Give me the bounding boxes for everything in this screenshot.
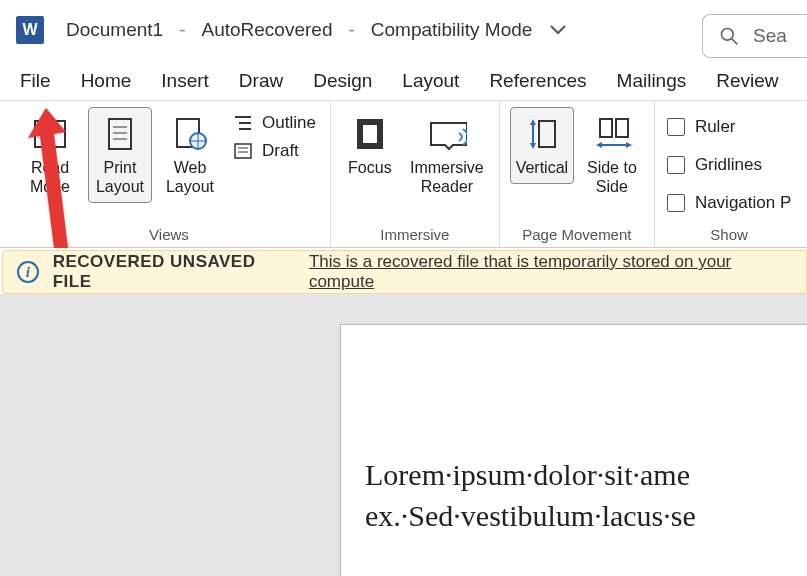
checkbox-icon xyxy=(667,194,685,212)
infobar-message[interactable]: This is a recovered file that is tempora… xyxy=(309,252,792,292)
word-logo-icon: W xyxy=(16,16,44,44)
search-icon xyxy=(719,26,739,46)
autorecovered-status: AutoRecovered xyxy=(202,19,333,41)
ruler-checkbox[interactable]: Ruler xyxy=(665,113,793,141)
search-box[interactable]: Sea xyxy=(702,14,807,58)
search-placeholder: Sea xyxy=(753,25,787,47)
vertical-icon xyxy=(522,114,562,154)
vertical-button[interactable]: Vertical xyxy=(510,107,574,184)
group-immersive-label: Immersive xyxy=(380,226,449,245)
svg-rect-2 xyxy=(35,121,48,147)
tab-references[interactable]: References xyxy=(489,70,586,92)
group-show-label: Show xyxy=(710,226,748,245)
tab-insert[interactable]: Insert xyxy=(161,70,209,92)
read-mode-icon xyxy=(30,114,70,154)
separator: - xyxy=(348,19,354,41)
recovered-file-infobar: i RECOVERED UNSAVED FILE This is a recov… xyxy=(2,250,807,294)
svg-rect-3 xyxy=(52,121,65,147)
tab-layout[interactable]: Layout xyxy=(402,70,459,92)
gridlines-checkbox[interactable]: Gridlines xyxy=(665,151,793,179)
svg-rect-4 xyxy=(109,119,131,149)
web-layout-button[interactable]: Web Layout xyxy=(158,107,222,203)
immersive-reader-button[interactable]: Immersive Reader xyxy=(405,107,489,203)
svg-line-1 xyxy=(732,39,738,45)
document-canvas: Lorem·ipsum·dolor·sit·ame ex.·Sed·vestib… xyxy=(0,294,807,576)
document-page[interactable]: Lorem·ipsum·dolor·sit·ame ex.·Sed·vestib… xyxy=(340,324,807,576)
tab-design[interactable]: Design xyxy=(313,70,372,92)
draft-label: Draft xyxy=(262,141,299,161)
compatibility-mode: Compatibility Mode xyxy=(371,19,533,41)
tab-draw[interactable]: Draw xyxy=(239,70,283,92)
draft-button[interactable]: Draft xyxy=(228,139,320,163)
chevron-down-icon[interactable] xyxy=(550,22,566,38)
group-views: Read Mode Print Layout Web Layout xyxy=(0,101,331,247)
web-layout-label: Web Layout xyxy=(161,158,219,196)
side-to-side-button[interactable]: Side to Side xyxy=(580,107,644,203)
focus-label: Focus xyxy=(348,158,392,177)
group-show: Ruler Gridlines Navigation P Show xyxy=(655,101,803,247)
print-layout-label: Print Layout xyxy=(91,158,149,196)
checkbox-icon xyxy=(667,156,685,174)
immersive-reader-label: Immersive Reader xyxy=(408,158,486,196)
navigation-pane-label: Navigation P xyxy=(695,193,791,213)
outline-label: Outline xyxy=(262,113,316,133)
focus-button[interactable]: Focus xyxy=(341,107,399,184)
tab-review[interactable]: Review xyxy=(716,70,778,92)
draft-icon xyxy=(232,141,254,161)
svg-rect-17 xyxy=(363,125,377,143)
side-to-side-label: Side to Side xyxy=(583,158,641,196)
vertical-label: Vertical xyxy=(516,158,568,177)
body-line-1: Lorem·ipsum·dolor·sit·ame xyxy=(365,455,807,496)
svg-rect-19 xyxy=(539,121,555,147)
svg-rect-20 xyxy=(600,119,612,137)
ribbon-tabs: File Home Insert Draw Design Layout Refe… xyxy=(0,60,807,100)
info-icon: i xyxy=(17,261,39,283)
svg-rect-13 xyxy=(235,144,251,158)
side-to-side-icon xyxy=(592,114,632,154)
tab-file[interactable]: File xyxy=(20,70,51,92)
separator: - xyxy=(179,19,185,41)
print-layout-button[interactable]: Print Layout xyxy=(88,107,152,203)
infobar-title: RECOVERED UNSAVED FILE xyxy=(53,252,295,292)
focus-icon xyxy=(350,114,390,154)
tab-mailings[interactable]: Mailings xyxy=(617,70,687,92)
navigation-pane-checkbox[interactable]: Navigation P xyxy=(665,189,793,217)
outline-icon xyxy=(232,113,254,133)
read-mode-button[interactable]: Read Mode xyxy=(18,107,82,203)
group-page-movement-label: Page Movement xyxy=(522,226,631,245)
group-immersive: Focus Immersive Reader Immersive xyxy=(331,101,500,247)
checkbox-icon xyxy=(667,118,685,136)
ruler-label: Ruler xyxy=(695,117,736,137)
group-views-label: Views xyxy=(149,226,189,245)
svg-rect-21 xyxy=(616,119,628,137)
body-line-2: ex.·Sed·vestibulum·lacus·se xyxy=(365,496,807,537)
svg-point-0 xyxy=(722,29,734,41)
web-layout-icon xyxy=(170,114,210,154)
group-page-movement: Vertical Side to Side Page Movement xyxy=(500,101,655,247)
gridlines-label: Gridlines xyxy=(695,155,762,175)
document-name: Document1 xyxy=(66,19,163,41)
ribbon: Read Mode Print Layout Web Layout xyxy=(0,100,807,248)
print-layout-icon xyxy=(100,114,140,154)
immersive-reader-icon xyxy=(427,114,467,154)
tab-home[interactable]: Home xyxy=(81,70,132,92)
read-mode-label: Read Mode xyxy=(21,158,79,196)
outline-button[interactable]: Outline xyxy=(228,111,320,135)
